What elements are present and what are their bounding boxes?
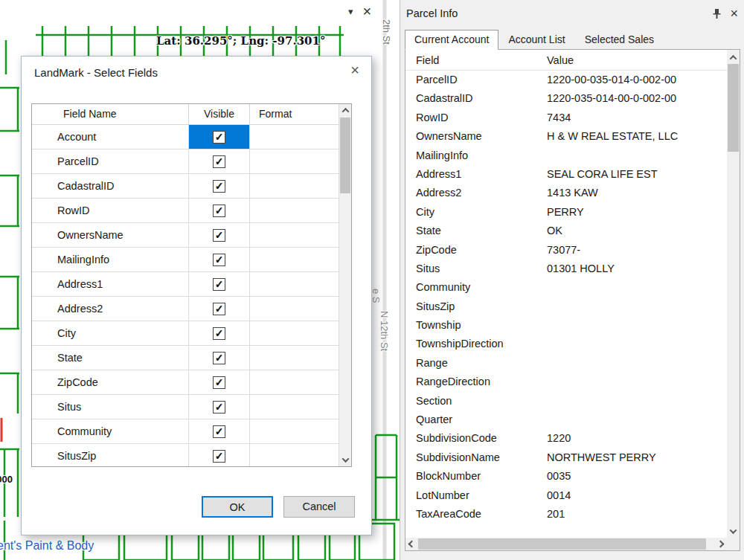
parcel-vscrollbar[interactable] — [727, 50, 740, 538]
field-row[interactable]: State✓ — [32, 346, 351, 370]
hscroll-thumb[interactable] — [418, 538, 706, 550]
parcel-row[interactable]: SubdivisionCode1220 — [405, 429, 727, 448]
map-region[interactable]: ▾ × Lat: 36.295°; Lng: -97.301° 2th St e… — [0, 0, 400, 560]
hscroll-left-button[interactable] — [405, 538, 418, 550]
parcel-row[interactable]: ParcelID1220-00-035-014-0-002-00 — [405, 71, 727, 89]
parcel-row[interactable]: CadastralID1220-035-014-00-0-002-00 — [405, 89, 727, 108]
parcel-row[interactable]: Community — [405, 278, 727, 297]
format-cell[interactable] — [250, 174, 351, 198]
visible-cell[interactable]: ✓ — [189, 419, 250, 443]
parcel-hscrollbar[interactable] — [405, 538, 727, 550]
vscroll-thumb[interactable] — [728, 64, 739, 152]
field-row[interactable]: RowID✓ — [32, 199, 351, 223]
checkbox-icon[interactable]: ✓ — [213, 401, 225, 413]
vscroll-down-button[interactable] — [727, 525, 740, 538]
checkbox-icon[interactable]: ✓ — [213, 376, 225, 389]
parcel-row[interactable]: RowID7434 — [405, 109, 727, 127]
format-cell[interactable] — [250, 444, 351, 467]
parcel-row[interactable]: Township — [405, 316, 727, 335]
visible-cell[interactable]: ✓ — [189, 199, 250, 222]
field-row[interactable]: ParcelID✓ — [32, 149, 351, 174]
checkbox-icon[interactable]: ✓ — [213, 352, 225, 364]
tab-current-account[interactable]: Current Account — [405, 30, 498, 50]
format-cell[interactable] — [250, 223, 351, 247]
format-cell[interactable] — [250, 346, 351, 370]
visible-cell[interactable]: ✓ — [189, 149, 250, 173]
checkbox-icon[interactable]: ✓ — [213, 155, 225, 168]
format-cell[interactable] — [250, 248, 351, 271]
parcel-row[interactable]: SubdivisionNameNORTHWEST PERRY — [405, 448, 727, 467]
parcel-row[interactable]: Address21413 KAW — [405, 184, 727, 202]
format-cell[interactable] — [250, 149, 351, 173]
visible-cell[interactable]: ✓ — [189, 297, 250, 321]
parcel-row[interactable]: Situs01301 HOLLY — [405, 260, 727, 278]
parcel-row[interactable]: LotNumber0014 — [405, 486, 727, 505]
dialog-scrollbar[interactable] — [339, 104, 351, 466]
format-cell[interactable] — [250, 395, 351, 419]
parcel-row[interactable]: ZipCode73077- — [405, 241, 727, 260]
visible-cell[interactable]: ✓ — [189, 272, 250, 296]
parcel-row[interactable]: TaxAreaCode201 — [405, 505, 727, 524]
visible-cell[interactable]: ✓ — [189, 223, 250, 247]
parcel-row[interactable]: SitusZip — [405, 297, 727, 316]
visible-cell[interactable]: ✓ — [189, 346, 250, 370]
cancel-button[interactable]: Cancel — [283, 496, 355, 518]
parcel-row[interactable]: Section — [405, 392, 727, 411]
checkbox-icon[interactable]: ✓ — [213, 205, 225, 217]
parcel-row[interactable]: Quarter — [405, 411, 727, 429]
parcel-row[interactable]: TownshipDirection — [405, 335, 727, 353]
format-cell[interactable] — [250, 125, 351, 149]
tab-selected-sales[interactable]: Selected Sales — [575, 30, 664, 50]
field-row[interactable]: ZipCode✓ — [32, 370, 351, 395]
field-row[interactable]: Situs✓ — [32, 395, 351, 419]
checkbox-icon[interactable]: ✓ — [213, 131, 225, 144]
parcel-row[interactable]: Range — [405, 354, 727, 373]
format-cell[interactable] — [250, 370, 351, 394]
field-row[interactable]: Address1✓ — [32, 272, 351, 297]
dialog-close-icon[interactable]: × — [350, 62, 359, 79]
pin-icon[interactable] — [713, 9, 721, 19]
checkbox-icon[interactable]: ✓ — [213, 450, 225, 463]
format-cell[interactable] — [250, 199, 351, 222]
chevron-down-icon[interactable]: ▾ — [348, 6, 353, 17]
format-cell[interactable] — [250, 321, 351, 345]
field-row[interactable]: Community✓ — [32, 419, 351, 444]
field-row[interactable]: Account✓ — [32, 125, 351, 149]
scroll-up-button[interactable] — [339, 104, 351, 117]
checkbox-icon[interactable]: ✓ — [213, 278, 225, 291]
visible-cell[interactable]: ✓ — [189, 444, 250, 467]
scroll-down-button[interactable] — [339, 454, 351, 466]
checkbox-icon[interactable]: ✓ — [213, 180, 225, 193]
checkbox-icon[interactable]: ✓ — [213, 327, 225, 340]
visible-cell[interactable]: ✓ — [189, 248, 250, 271]
vscroll-up-button[interactable] — [727, 51, 740, 64]
parcel-row[interactable]: MailingInfo — [405, 147, 727, 165]
panel-close-icon[interactable]: × — [730, 7, 738, 19]
format-cell[interactable] — [250, 297, 351, 321]
map-close-icon[interactable]: × — [363, 4, 372, 18]
field-row[interactable]: City✓ — [32, 321, 351, 346]
parcel-row[interactable]: BlockNumber0035 — [405, 467, 727, 486]
field-row[interactable]: OwnersName✓ — [32, 223, 351, 248]
ok-button[interactable]: OK — [202, 496, 273, 518]
parcel-row[interactable]: OwnersNameH & W REAL ESTATE, LLC — [405, 127, 727, 146]
field-row[interactable]: SitusZip✓ — [32, 444, 351, 467]
visible-cell[interactable]: ✓ — [189, 395, 250, 419]
checkbox-icon[interactable]: ✓ — [213, 229, 225, 242]
parcel-row[interactable]: CityPERRY — [405, 203, 727, 222]
parcel-row[interactable]: StateOK — [405, 222, 727, 240]
visible-cell[interactable]: ✓ — [189, 370, 250, 394]
checkbox-icon[interactable]: ✓ — [213, 254, 225, 266]
field-row[interactable]: Address2✓ — [32, 297, 351, 321]
checkbox-icon[interactable]: ✓ — [213, 425, 225, 438]
scroll-thumb[interactable] — [340, 118, 350, 193]
format-cell[interactable] — [250, 419, 351, 443]
hscroll-right-button[interactable] — [714, 538, 727, 550]
parcel-row[interactable]: RangeDirection — [405, 373, 727, 391]
visible-cell[interactable]: ✓ — [189, 321, 250, 345]
tab-account-list[interactable]: Account List — [498, 30, 574, 50]
format-cell[interactable] — [250, 272, 351, 296]
parcel-row[interactable]: Address1SEAL CORA LIFE EST — [405, 165, 727, 184]
field-row[interactable]: CadastralID✓ — [32, 174, 351, 199]
visible-cell[interactable]: ✓ — [189, 125, 250, 149]
